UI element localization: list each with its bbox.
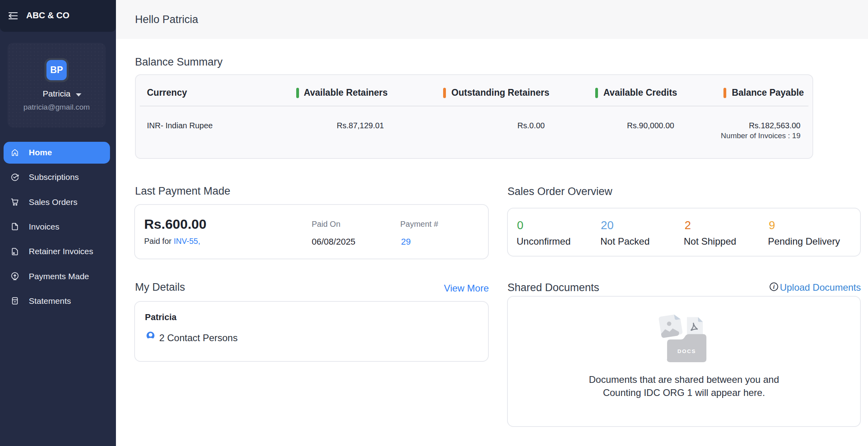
svg-text:DOCS: DOCS: [677, 348, 696, 354]
